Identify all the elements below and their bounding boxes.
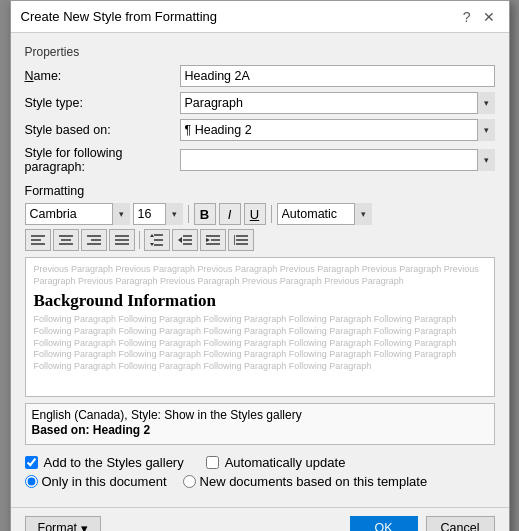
cancel-button[interactable]: Cancel [426, 516, 495, 531]
properties-section: Properties Name: Style type: Paragraph C… [25, 45, 495, 174]
style-type-select[interactable]: Paragraph Character Linked Table List [180, 92, 495, 114]
style-based-select[interactable]: ¶ Heading 2 ¶ Heading 1 ¶ Heading 3 ¶ No… [180, 119, 495, 141]
toolbar-separator-1 [188, 205, 189, 223]
auto-update-checkbox[interactable] [206, 456, 219, 469]
color-select-wrapper: Automatic BlackRedBlue ▾ [277, 203, 372, 225]
preview-previous-text: Previous Paragraph Previous Paragraph Pr… [34, 264, 486, 287]
toolbar-separator-2 [271, 205, 272, 223]
align-toolbar [25, 229, 495, 251]
style-based-label: Style based on: [25, 123, 180, 137]
font-select-wrapper: Cambria Arial Times New Roman ▾ [25, 203, 130, 225]
close-button[interactable]: ✕ [479, 10, 499, 24]
radio-row: Only in this document New documents base… [25, 474, 495, 489]
align-justify-button[interactable] [109, 229, 135, 251]
decrease-indent-button[interactable] [172, 229, 198, 251]
preview-box: Previous Paragraph Previous Paragraph Pr… [25, 257, 495, 397]
style-type-label: Style type: [25, 96, 180, 110]
preview-following-text: Following Paragraph Following Paragraph … [34, 314, 486, 372]
style-type-select-wrapper: Paragraph Character Linked Table List ▾ [180, 92, 495, 114]
style-following-row: Style for following paragraph: ▾ [25, 146, 495, 174]
style-type-row: Style type: Paragraph Character Linked T… [25, 92, 495, 114]
new-docs-item: New documents based on this template [183, 474, 428, 489]
dialog-title: Create New Style from Formatting [21, 9, 218, 24]
svg-marker-15 [150, 234, 154, 237]
align-right-button[interactable] [81, 229, 107, 251]
help-button[interactable]: ? [459, 10, 475, 24]
formatting-label: Formatting [25, 184, 495, 198]
preview-heading: Background Information [34, 291, 486, 311]
new-docs-label[interactable]: New documents based on this template [200, 474, 428, 489]
title-bar: Create New Style from Formatting ? ✕ [11, 1, 509, 33]
name-label: Name: [25, 69, 180, 83]
dialog-body: Properties Name: Style type: Paragraph C… [11, 33, 509, 507]
create-style-dialog: Create New Style from Formatting ? ✕ Pro… [10, 0, 510, 531]
style-based-row: Style based on: ¶ Heading 2 ¶ Heading 1 … [25, 119, 495, 141]
underline-button[interactable]: U [244, 203, 266, 225]
ok-cancel-group: OK Cancel [350, 516, 495, 531]
svg-marker-24 [206, 238, 210, 242]
name-input[interactable] [180, 65, 495, 87]
format-button[interactable]: Format ▾ [25, 516, 102, 531]
properties-label: Properties [25, 45, 495, 59]
font-toolbar: Cambria Arial Times New Roman ▾ 16 81012… [25, 203, 495, 225]
bottom-bar: Format ▾ OK Cancel [11, 507, 509, 531]
size-select[interactable]: 16 810121418 [133, 203, 183, 225]
style-following-label: Style for following paragraph: [25, 146, 180, 174]
style-based-select-wrapper: ¶ Heading 2 ¶ Heading 1 ¶ Heading 3 ¶ No… [180, 119, 495, 141]
style-following-select[interactable] [180, 149, 495, 171]
name-row: Name: [25, 65, 495, 87]
font-select[interactable]: Cambria Arial Times New Roman [25, 203, 130, 225]
align-left-button[interactable] [25, 229, 51, 251]
svg-marker-20 [178, 237, 182, 243]
size-select-wrapper: 16 810121418 ▾ [133, 203, 183, 225]
auto-update-label[interactable]: Automatically update [225, 455, 346, 470]
extra-indent-button[interactable] [228, 229, 254, 251]
only-doc-radio[interactable] [25, 475, 38, 488]
format-button-arrow-icon: ▾ [81, 521, 88, 532]
format-button-label: Format [38, 521, 78, 531]
only-doc-item: Only in this document [25, 474, 167, 489]
color-select[interactable]: Automatic BlackRedBlue [277, 203, 372, 225]
italic-button[interactable]: I [219, 203, 241, 225]
formatting-section: Formatting Cambria Arial Times New Roman… [25, 184, 495, 251]
description-line-2: Based on: Heading 2 [32, 423, 488, 437]
title-bar-controls: ? ✕ [459, 10, 499, 24]
description-box: English (Canada), Style: Show in the Sty… [25, 403, 495, 445]
add-gallery-row: Add to the Styles gallery Automatically … [25, 455, 495, 470]
style-following-select-wrapper: ▾ [180, 149, 495, 171]
increase-indent-button[interactable] [200, 229, 226, 251]
bold-button[interactable]: B [194, 203, 216, 225]
svg-marker-16 [150, 243, 154, 246]
checkboxes-section: Add to the Styles gallery Automatically … [25, 455, 495, 489]
line-spacing-button[interactable] [144, 229, 170, 251]
add-gallery-checkbox[interactable] [25, 456, 38, 469]
only-doc-label[interactable]: Only in this document [42, 474, 167, 489]
add-gallery-label[interactable]: Add to the Styles gallery [44, 455, 184, 470]
align-separator [139, 231, 140, 249]
description-line-1: English (Canada), Style: Show in the Sty… [32, 408, 488, 422]
new-docs-radio[interactable] [183, 475, 196, 488]
ok-button[interactable]: OK [350, 516, 418, 531]
align-center-button[interactable] [53, 229, 79, 251]
